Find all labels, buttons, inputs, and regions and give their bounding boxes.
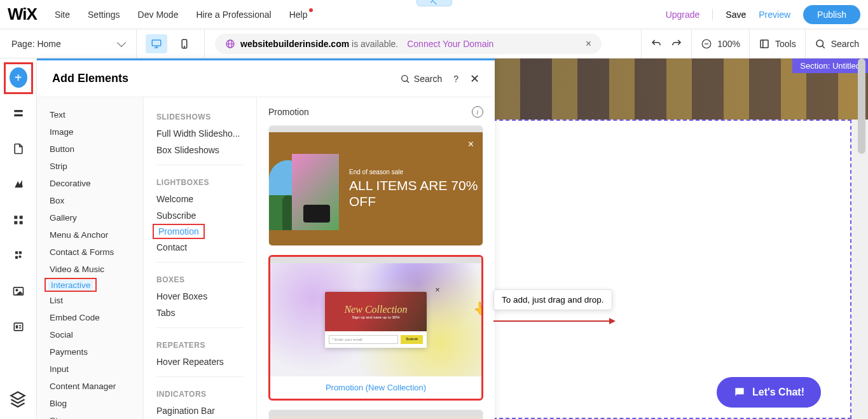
cat-image[interactable]: Image: [37, 123, 143, 141]
preview-column[interactable]: Promotion i × End of season sale ALL ITE…: [257, 97, 495, 419]
cat-social[interactable]: Social: [37, 326, 143, 343]
preview2-close-icon: ×: [433, 285, 442, 294]
cat-list[interactable]: List: [37, 292, 143, 309]
panel-help-icon[interactable]: ?: [453, 74, 458, 84]
cat-contact-forms[interactable]: Contact & Forms: [37, 244, 143, 261]
page-selector[interactable]: Page: Home: [0, 29, 137, 58]
subcategory-list[interactable]: SLIDESHOWS Full Width Slidesho... Box Sl…: [144, 97, 257, 419]
cat-content-manager[interactable]: Content Manager: [37, 378, 143, 395]
sub-subscribe[interactable]: Subscribe: [144, 207, 256, 224]
cat-embed[interactable]: Embed Code: [37, 309, 143, 326]
chat-widget[interactable]: Let's Chat!: [717, 377, 821, 408]
upgrade-link[interactable]: Upgrade: [666, 10, 700, 20]
info-icon[interactable]: i: [472, 106, 483, 118]
group-slideshows: SLIDESHOWS: [144, 106, 256, 125]
section-label[interactable]: Section: Untitled: [792, 58, 868, 73]
panel-search[interactable]: Search: [400, 74, 442, 84]
sub-pagination-bar[interactable]: Pagination Bar: [144, 402, 256, 419]
rail-media-icon[interactable]: [10, 282, 27, 300]
zoom-control[interactable]: 100%: [701, 38, 740, 50]
save-button[interactable]: Save: [726, 10, 746, 20]
cat-video-music[interactable]: Video & Music: [37, 261, 143, 278]
layers-button[interactable]: [9, 390, 27, 408]
svg-rect-23: [14, 323, 22, 331]
rail-apps-icon[interactable]: [10, 211, 27, 229]
sub-box-slideshows[interactable]: Box Slideshows: [144, 142, 256, 158]
menu-help[interactable]: Help: [289, 10, 308, 20]
add-elements-panel: Add Elements Search ? ✕ Text Image Butto…: [37, 58, 495, 419]
cat-gallery[interactable]: Gallery: [37, 209, 143, 226]
preview2-caption: Promotion (New Collection): [270, 376, 481, 399]
publish-button[interactable]: Publish: [803, 5, 860, 24]
group-lightboxes: LIGHTBOXES: [144, 172, 256, 191]
svg-point-27: [402, 75, 408, 81]
svg-rect-18: [19, 216, 22, 219]
cat-store[interactable]: Store: [37, 412, 143, 419]
tools-button[interactable]: Tools: [759, 38, 796, 50]
preview2-inner-card: New Collection Sign up and save up to 30…: [325, 292, 427, 348]
current-page-label: Page: Home: [11, 39, 61, 49]
rail-design-icon[interactable]: [10, 175, 27, 193]
search-button[interactable]: Search: [815, 38, 859, 50]
svg-rect-25: [18, 326, 20, 327]
svg-line-28: [407, 80, 409, 82]
cat-input[interactable]: Input: [37, 361, 143, 378]
cat-strip[interactable]: Strip: [37, 158, 143, 175]
promotion-template-3[interactable]: [268, 409, 483, 419]
editor-toolbar: Page: Home websitebuilderinside.com is a…: [0, 29, 868, 58]
chevron-down-icon: [117, 38, 126, 47]
cat-text[interactable]: Text: [37, 106, 143, 123]
cat-decorative[interactable]: Decorative: [37, 175, 143, 192]
group-boxes: BOXES: [144, 269, 256, 288]
connect-domain-link[interactable]: Connect Your Domain: [407, 39, 493, 49]
desktop-view-button[interactable]: [146, 34, 167, 53]
sub-promotion[interactable]: Promotion: [157, 226, 200, 237]
annotation-arrow: [493, 320, 614, 322]
sub-hover-repeaters[interactable]: Hover Repeaters: [144, 354, 256, 370]
preview2-title: New Collection: [344, 304, 407, 315]
dismiss-domain-icon[interactable]: ×: [586, 38, 591, 50]
promotion-template-2[interactable]: × New Collection Sign up and save up to …: [268, 255, 483, 401]
preview2-submit: Submit: [401, 335, 423, 344]
menu-devmode[interactable]: Dev Mode: [138, 10, 179, 20]
top-drawer-handle[interactable]: [417, 0, 452, 6]
category-list[interactable]: Text Image Button Strip Decorative Box G…: [37, 97, 144, 419]
promotion-template-1[interactable]: × End of season sale ALL ITEMS ARE 70% O…: [268, 125, 483, 246]
cat-button[interactable]: Button: [37, 141, 143, 158]
panel-close-icon[interactable]: ✕: [470, 72, 479, 86]
rail-sections-icon[interactable]: [10, 104, 27, 122]
menu-hire[interactable]: Hire a Professional: [196, 10, 271, 20]
cat-payments[interactable]: Payments: [37, 343, 143, 361]
mobile-view-button[interactable]: [174, 34, 195, 53]
domain-available-text: is available.: [349, 39, 398, 49]
globe-icon: [225, 39, 235, 49]
cat-interactive[interactable]: Interactive: [48, 280, 93, 291]
svg-rect-15: [14, 114, 22, 116]
sub-tabs[interactable]: Tabs: [144, 305, 256, 321]
sub-fullwidth-slideshow[interactable]: Full Width Slidesho...: [144, 125, 256, 142]
add-elements-button[interactable]: +: [10, 69, 27, 86]
undo-button[interactable]: [651, 38, 662, 50]
wix-logo: WiX: [8, 4, 37, 24]
preview1-fashion-graphic: [292, 154, 339, 230]
rail-pages-icon[interactable]: [10, 140, 27, 158]
cat-blog[interactable]: Blog: [37, 395, 143, 412]
menu-settings[interactable]: Settings: [88, 10, 120, 20]
preview2-email-input: * Enter your email: [329, 335, 398, 344]
menu-site[interactable]: Site: [55, 10, 70, 20]
sub-hover-boxes[interactable]: Hover Boxes: [144, 288, 256, 305]
panel-title: Add Elements: [52, 72, 128, 85]
rail-cms-icon[interactable]: [10, 318, 27, 336]
cat-box[interactable]: Box: [37, 192, 143, 209]
cat-menu-anchor[interactable]: Menu & Anchor: [37, 226, 143, 244]
rail-business-icon[interactable]: [10, 247, 27, 264]
group-indicators: INDICATORS: [144, 383, 256, 402]
redo-button[interactable]: [671, 38, 682, 50]
sub-contact[interactable]: Contact: [144, 239, 256, 256]
sub-welcome[interactable]: Welcome: [144, 191, 256, 207]
svg-rect-0: [152, 40, 161, 46]
preview-button[interactable]: Preview: [759, 10, 790, 20]
page-scrollbar[interactable]: [858, 58, 865, 154]
divider: [712, 9, 713, 20]
cat-interactive-highlight: Interactive: [45, 278, 97, 292]
